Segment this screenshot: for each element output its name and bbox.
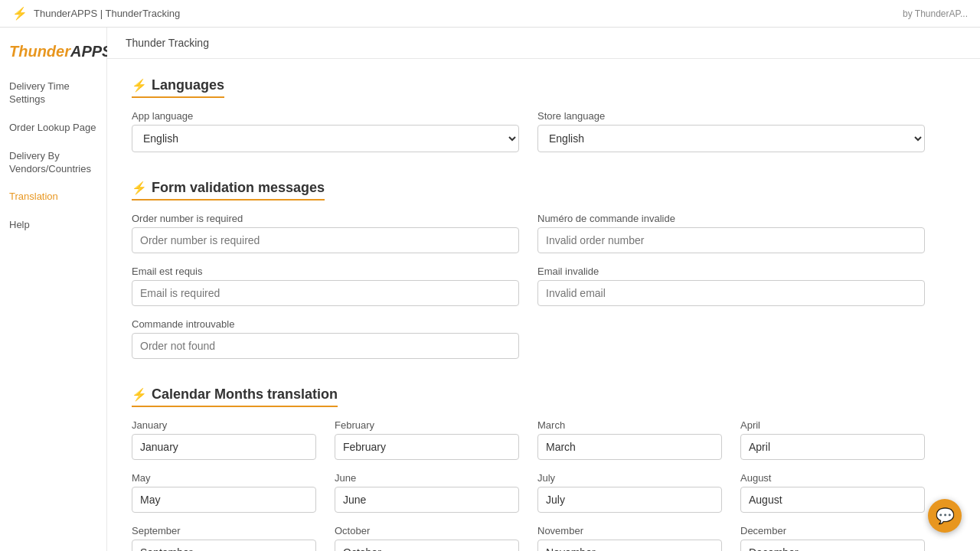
month-group-may: May xyxy=(132,472,316,513)
store-language-label: Store language xyxy=(537,110,925,122)
calendar-months-title: ⚡ Calendar Months translation xyxy=(132,386,338,407)
email-required-label: Email est requis xyxy=(132,266,519,277)
month-group-january: January xyxy=(132,419,316,460)
month-group-november: November xyxy=(537,525,722,551)
invalid-email-label: Email invalide xyxy=(537,266,925,277)
sidebar-item-help[interactable]: Help xyxy=(0,211,106,240)
month-label-january: January xyxy=(132,419,316,431)
month-input-october[interactable] xyxy=(335,540,519,551)
month-input-february[interactable] xyxy=(335,434,519,460)
logo-apps: APPS xyxy=(70,43,112,60)
app-language-label: App language xyxy=(132,110,519,122)
order-not-found-input[interactable] xyxy=(132,333,519,359)
month-input-may[interactable] xyxy=(132,487,316,513)
month-input-march[interactable] xyxy=(537,434,722,460)
month-input-september[interactable] xyxy=(132,540,316,551)
month-label-march: March xyxy=(537,419,722,431)
validation-row-3: Commande introuvable xyxy=(132,318,925,359)
sidebar-nav: Delivery Time Settings Order Lookup Page… xyxy=(0,73,106,240)
fab-icon: 💬 xyxy=(936,507,955,525)
email-required-input[interactable] xyxy=(132,280,519,306)
languages-row: App language English French Spanish Germ… xyxy=(132,110,925,152)
month-group-september: September xyxy=(132,525,316,551)
app-language-select[interactable]: English French Spanish German xyxy=(132,125,519,152)
app-title: ThunderAPPS | ThunderTracking xyxy=(34,8,180,19)
month-label-june: June xyxy=(335,472,519,484)
top-bar: ⚡ ThunderAPPS | ThunderTracking by Thund… xyxy=(0,0,980,28)
month-input-july[interactable] xyxy=(537,487,722,513)
sidebar-item-translation[interactable]: Translation xyxy=(0,183,106,211)
month-input-january[interactable] xyxy=(132,434,316,460)
languages-title: ⚡ Languages xyxy=(132,77,224,98)
month-group-april: April xyxy=(740,419,925,460)
month-group-march: March xyxy=(537,419,722,460)
languages-section: ⚡ Languages App language English French … xyxy=(132,77,925,152)
month-group-june: June xyxy=(335,472,519,513)
page-header: Thunder Tracking xyxy=(107,28,980,59)
invalid-email-group: Email invalide xyxy=(537,266,925,306)
month-label-august: August xyxy=(740,472,925,484)
content-area: ⚡ Languages App language English French … xyxy=(107,59,949,551)
month-group-february: February xyxy=(335,419,519,460)
sidebar-item-delivery-time[interactable]: Delivery Time Settings xyxy=(0,73,106,114)
order-required-group: Order number is required xyxy=(132,213,519,253)
month-label-july: July xyxy=(537,472,722,484)
month-group-august: August xyxy=(740,472,925,513)
sidebar-item-delivery-vendors[interactable]: Delivery By Vendors/Countries xyxy=(0,142,106,184)
months-grid: JanuaryFebruaryMarchAprilMayJuneJulyAugu… xyxy=(132,419,925,551)
main-content: Thunder Tracking ⚡ Languages App languag… xyxy=(107,28,980,551)
month-label-october: October xyxy=(335,525,519,536)
month-input-november[interactable] xyxy=(537,540,722,551)
month-input-december[interactable] xyxy=(740,540,925,551)
store-language-select[interactable]: English French Spanish German xyxy=(537,125,925,152)
sidebar-item-order-lookup[interactable]: Order Lookup Page xyxy=(0,114,106,142)
month-group-october: October xyxy=(335,525,519,551)
sidebar: ThunderAPPS Delivery Time Settings Order… xyxy=(0,28,107,551)
month-label-september: September xyxy=(132,525,316,536)
page-title: Thunder Tracking xyxy=(126,37,209,49)
invalid-email-input[interactable] xyxy=(537,280,925,306)
invalid-order-group: Numéro de commande invalide xyxy=(537,213,925,253)
order-not-found-label: Commande introuvable xyxy=(132,318,519,330)
month-label-february: February xyxy=(335,419,519,431)
month-input-june[interactable] xyxy=(335,487,519,513)
app-language-group: App language English French Spanish Germ… xyxy=(132,110,519,152)
calendar-months-section: ⚡ Calendar Months translation JanuaryFeb… xyxy=(132,386,925,551)
month-input-august[interactable] xyxy=(740,487,925,513)
month-label-december: December xyxy=(740,525,925,536)
month-label-april: April xyxy=(740,419,925,431)
bolt-icon-validation: ⚡ xyxy=(132,181,147,195)
month-group-december: December xyxy=(740,525,925,551)
order-required-input[interactable] xyxy=(132,227,519,253)
top-bar-by: by ThunderAP... xyxy=(903,8,968,19)
fab-button[interactable]: 💬 xyxy=(928,499,962,533)
sidebar-logo: ThunderAPPS xyxy=(0,37,106,73)
month-group-july: July xyxy=(537,472,722,513)
month-label-may: May xyxy=(132,472,316,484)
invalid-order-input[interactable] xyxy=(537,227,925,253)
form-validation-title: ⚡ Form validation messages xyxy=(132,180,325,201)
form-validation-section: ⚡ Form validation messages Order number … xyxy=(132,180,925,359)
thunder-icon: ⚡ xyxy=(12,6,28,21)
bolt-icon-calendar: ⚡ xyxy=(132,387,147,402)
invalid-order-label: Numéro de commande invalide xyxy=(537,213,925,224)
logo-thunder: Thunder xyxy=(9,43,70,60)
app-layout: ThunderAPPS Delivery Time Settings Order… xyxy=(0,28,980,551)
order-not-found-group: Commande introuvable xyxy=(132,318,519,359)
month-input-april[interactable] xyxy=(740,434,925,460)
month-label-november: November xyxy=(537,525,722,536)
bolt-icon-languages: ⚡ xyxy=(132,78,147,93)
store-language-group: Store language English French Spanish Ge… xyxy=(537,110,925,152)
email-required-group: Email est requis xyxy=(132,266,519,306)
top-bar-left: ⚡ ThunderAPPS | ThunderTracking xyxy=(12,6,180,21)
order-required-label: Order number is required xyxy=(132,213,519,224)
validation-row-1: Order number is required Numéro de comma… xyxy=(132,213,925,253)
validation-row-2: Email est requis Email invalide xyxy=(132,266,925,306)
